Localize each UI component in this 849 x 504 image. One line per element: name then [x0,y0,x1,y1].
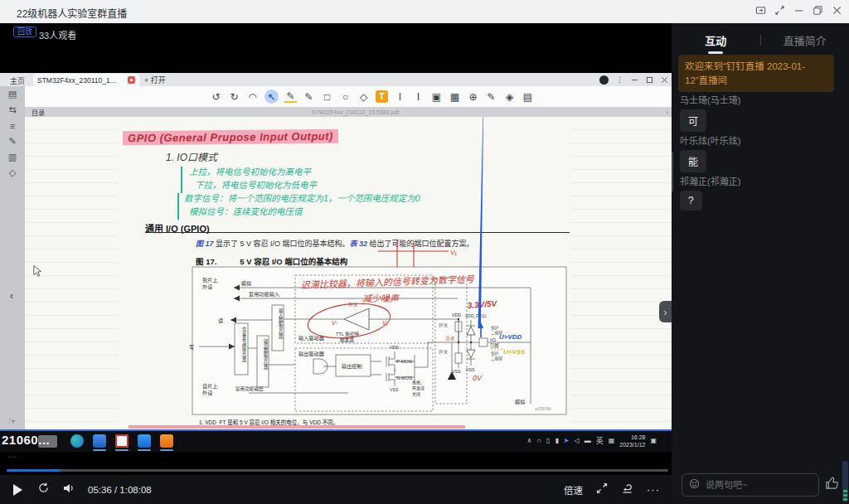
app-close-icon[interactable] [661,72,668,87]
document-header: 目录 STM32F4xx_230110_15.5683.pdf › [25,107,672,117]
chat-input-wrap [682,473,819,497]
mini-player-icon[interactable] [755,5,766,16]
lbl-out-driver: 输出驱动器 [298,351,325,357]
eraser-icon[interactable]: ◈ [503,90,516,103]
lbl-pmos: P-MOS [396,359,412,364]
tray-clipboard-icon[interactable]: ▯ [546,438,550,444]
explorer-icon[interactable] [93,434,106,448]
reaction-strip[interactable] [842,461,848,502]
tray-expand-icon[interactable]: ∧ [526,438,531,444]
window-titlebar: 22级机器人实验室群直播 [0,0,849,24]
pink-highlight-band [129,425,465,429]
chat-collapse-handle[interactable]: › [659,301,672,322]
lbl-onoff-3: 开/关 [439,349,448,355]
red-v-in: V₁ [382,320,389,326]
fullscreen-button[interactable] [596,482,608,497]
video-area[interactable]: 回放 33人观看 主页 STM32F4xx_230110_1... + 打开 ⋮ [0,23,672,504]
app-menu-icon[interactable]: ⋮ [616,76,623,84]
volume-button[interactable] [63,482,76,497]
live-player-window: 22级机器人实验室群直播 回放 33人观看 主页 STM32F4xx_23011… [0,0,849,504]
chat-message: 叶乐炫(叶乐炫) 能 [680,133,740,172]
minimize-icon[interactable] [793,5,804,16]
tab-interact[interactable]: 互动 [672,32,760,48]
lbl-prot-3: 保护 [491,351,499,356]
taskbar-clock[interactable]: 16:28 2023/1/12 [619,434,645,448]
tray-cursor-icon[interactable]: ➤ [564,438,570,444]
pointer-icon[interactable]: ↖ [264,90,279,104]
tray-keyboard-icon[interactable]: ▦ [609,438,615,444]
window-title: 22级机器人实验室群直播 [17,6,127,20]
toc-button[interactable]: 目录 [32,108,45,117]
polygon-icon[interactable]: ◇ [357,90,370,103]
page-prev-icon[interactable]: ‹ [10,290,13,302]
tray-volume-icon[interactable]: ◁ [575,438,580,444]
layout-icon[interactable]: ▤ [522,90,534,103]
notification-center-icon[interactable]: ▣ [650,438,657,444]
tray-network-icon[interactable]: ▬ [585,438,591,444]
tab-home[interactable]: 主页 [5,75,30,87]
lasso-icon[interactable]: ◠ [246,90,259,103]
highlighter-icon[interactable]: ✎ [284,90,297,103]
tray-device-icon[interactable]: ▮ [555,438,558,444]
tab-close-icon[interactable] [128,76,135,84]
like-button[interactable] [824,475,840,494]
library-icon[interactable]: ▤ [0,86,25,102]
pdf-sidebar: ▤ ⇆ ≡ ✎ ▥ ◇ ☞ ▭ ⋯ [0,86,25,452]
message-author: 叶乐炫(叶乐炫) [680,133,740,147]
more-options-button[interactable]: ··· [647,483,660,496]
export-icon[interactable]: ▥ [0,149,25,165]
header-arrow-icon[interactable]: › [666,109,668,116]
lbl-vss2: VSS [452,369,461,374]
message-author: 祁瀚正(祁瀚正) [680,174,740,187]
tag-icon[interactable]: ◇ [0,165,25,181]
rectangle-icon[interactable]: □ [321,90,333,103]
wps-icon[interactable] [160,434,173,448]
maximize-icon[interactable] [813,5,823,16]
ellipse-icon[interactable]: ○ [339,90,352,103]
pdf-app-tabbar: 主页 STM32F4xx_230110_1... + 打开 ⋮ [0,73,672,86]
account-avatar[interactable] [599,75,609,85]
app-minimize-icon[interactable] [631,72,638,87]
play-button[interactable] [13,484,22,496]
chat-message: 马士琦(马士琦) 可 [680,93,740,132]
app-maximize-icon[interactable] [646,72,653,87]
lbl-read: 读 [218,317,223,324]
replay-button[interactable] [37,482,50,497]
pen-icon[interactable]: ✎ [303,90,315,103]
theater-mode-icon[interactable] [774,5,785,16]
annotate-icon[interactable]: ✎ [0,133,25,149]
red-v-minus: V- [332,320,337,326]
tray-headset-icon[interactable]: ∩ [536,438,541,444]
hand-tool-icon[interactable]: ☞ [0,414,25,429]
lbl-out-ctrl: 输出控制 [342,363,362,370]
seek-bar[interactable] [7,469,668,472]
chat-input[interactable] [704,479,807,491]
chat-scrollbar[interactable] [672,152,673,191]
image-icon[interactable]: ▦ [449,90,461,103]
tab-live-intro[interactable]: 直播简介 [761,32,849,48]
shared-screen: 主页 STM32F4xx_230110_1... + 打开 ⋮ ↺ [0,73,672,452]
redo-icon[interactable]: ↻ [228,90,240,103]
ime-indicator[interactable]: 英 [596,438,604,445]
speed-button[interactable]: 倍速 [564,483,583,497]
outline-icon[interactable]: ≡ [0,118,25,133]
lbl-pp-3: 关闭 [412,391,420,397]
close-icon[interactable] [832,5,842,16]
lbl-from-chip-2: 外设 [202,390,212,396]
text-box-icon[interactable]: ▣ [430,90,443,103]
share-icon[interactable]: ⇆ [0,102,25,118]
text-highlight-icon[interactable]: T [376,90,388,103]
document-page[interactable]: GPIO (General Prupose Input Output) 1. I… [25,117,672,429]
tab-document[interactable]: STM32F4xx_230110_1... [33,74,139,86]
emoji-icon[interactable] [689,477,700,492]
tab-open-button[interactable]: + 打开 [144,75,166,85]
mirror-flip-button[interactable] [621,482,633,497]
dingtalk-icon[interactable] [138,434,151,448]
pdf-reader-icon[interactable] [115,434,129,448]
text-icon[interactable]: I [394,90,406,103]
signature-icon[interactable]: ✎ [485,90,497,103]
text-cursor-icon[interactable]: Ⅰ [412,90,424,103]
edge-icon[interactable] [70,434,84,448]
undo-icon[interactable]: ↺ [210,90,222,103]
web-icon[interactable]: ⊕ [467,90,479,103]
